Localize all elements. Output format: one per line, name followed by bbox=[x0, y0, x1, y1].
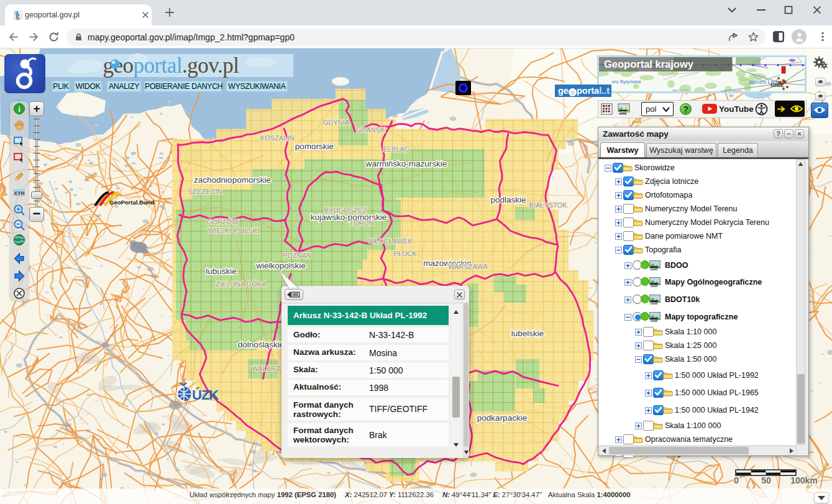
svg-text:PŁOCK: PŁOCK bbox=[393, 250, 417, 257]
svg-text:XYH: XYH bbox=[14, 190, 24, 196]
svg-text:wielkopolskie: wielkopolskie bbox=[255, 261, 306, 270]
svg-text:oro Bytyńskie: oro Bytyńskie bbox=[611, 79, 642, 85]
svg-text:wms: wms bbox=[649, 283, 658, 287]
svg-text:lubuskie: lubuskie bbox=[206, 267, 237, 276]
svg-text:GDYNIA: GDYNIA bbox=[323, 119, 350, 126]
svg-text:WŁOCŁAWEK: WŁOCŁAWEK bbox=[368, 237, 413, 245]
svg-text:50: 50 bbox=[761, 475, 771, 485]
svg-text:kujawsko-pomorskie: kujawsko-pomorskie bbox=[311, 213, 386, 222]
svg-text:podkarpackie: podkarpackie bbox=[477, 413, 527, 423]
svg-text:TORUŃ: TORUŃ bbox=[350, 219, 374, 227]
svg-text:warmińsko-mazurskie: warmińsko-mazurskie bbox=[365, 159, 447, 168]
svg-text:dolnośląskie: dolnośląskie bbox=[238, 340, 284, 349]
svg-text:pomorskie: pomorskie bbox=[295, 142, 334, 151]
svg-text:Geoportal krajowy: Geoportal krajowy bbox=[604, 58, 694, 70]
svg-text:wms: wms bbox=[649, 301, 658, 305]
svg-text:WARSZAWA: WARSZAWA bbox=[448, 263, 488, 270]
svg-text:wms: wms bbox=[649, 267, 658, 270]
svg-text:lubelskie: lubelskie bbox=[511, 329, 544, 338]
svg-text:ZIELONA GÓRA: ZIELONA GÓRA bbox=[216, 280, 267, 288]
svg-text:podlaskie: podlaskie bbox=[490, 195, 526, 204]
svg-text:GORZÓW: GORZÓW bbox=[207, 218, 239, 226]
svg-text:WALBRZ: WALBRZ bbox=[252, 365, 280, 372]
svg-text:BIAŁYSTOK: BIAŁYSTOK bbox=[529, 201, 568, 209]
svg-text:0: 0 bbox=[734, 475, 739, 485]
svg-text:GeoPortal.Bund: GeoPortal.Bund bbox=[109, 199, 155, 206]
svg-text:POZNAN: POZNAN bbox=[283, 252, 311, 259]
svg-text:KOSZALIN: KOSZALIN bbox=[260, 134, 294, 142]
svg-text:i: i bbox=[18, 104, 21, 114]
svg-text:WIELKOPOLSKI: WIELKOPOLSKI bbox=[208, 227, 260, 234]
svg-text:YouTube: YouTube bbox=[719, 104, 754, 114]
svg-text:ÚZK: ÚZK bbox=[192, 387, 219, 403]
svg-text:wms: wms bbox=[618, 110, 628, 114]
svg-text:GDAŃSK: GDAŃSK bbox=[356, 126, 385, 134]
svg-text:ELBLĄG: ELBLĄG bbox=[383, 145, 410, 153]
svg-text:BYDGOSZCZ: BYDGOSZCZ bbox=[324, 206, 367, 214]
svg-text:100km: 100km bbox=[790, 475, 818, 485]
svg-text:SZCZECIN: SZCZECIN bbox=[188, 188, 222, 195]
svg-text:zachodniopomorskie: zachodniopomorskie bbox=[194, 175, 271, 185]
svg-text:wms: wms bbox=[649, 318, 658, 322]
